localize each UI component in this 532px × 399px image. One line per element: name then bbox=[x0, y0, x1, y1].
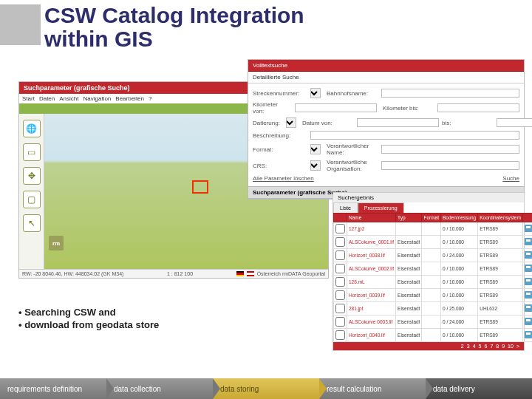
step-delivery[interactable]: data delivery bbox=[426, 378, 532, 399]
table-row[interactable]: ALSCokurve 0003.lifEisenstadt0 / 24.000E… bbox=[334, 316, 533, 329]
menu-ansicht[interactable]: Ansicht bbox=[59, 95, 78, 102]
menu-navigation[interactable]: Navigation bbox=[83, 95, 112, 102]
input-beschreibung[interactable] bbox=[310, 131, 519, 140]
table-row[interactable]: ALSCokurve_0002.lifEisenstadt0 / 10.000E… bbox=[334, 262, 533, 276]
pager-link[interactable]: > bbox=[516, 344, 519, 349]
row-checkbox[interactable] bbox=[335, 290, 345, 300]
input-bis[interactable] bbox=[497, 118, 532, 127]
menu-daten[interactable]: Daten bbox=[39, 95, 55, 102]
cell-typ: Eisenstadt bbox=[396, 262, 422, 276]
download-icon[interactable] bbox=[525, 265, 532, 272]
globe-tool-icon[interactable]: 🌐 bbox=[23, 120, 41, 137]
layer-tool-icon[interactable]: ▭ bbox=[23, 143, 41, 161]
download-icon[interactable] bbox=[525, 304, 532, 312]
download-icon[interactable] bbox=[525, 291, 532, 299]
cell-crs: ETRS89 bbox=[478, 329, 523, 342]
table-row[interactable]: 127.jp20 / 10.000ETRS89+ bbox=[334, 222, 533, 236]
status-right: Österreich rmDATA Geoportal bbox=[236, 271, 325, 276]
cell-boden: 0 / 10.000 bbox=[441, 262, 478, 276]
search-panel: Volltextsuche Detaillierte Suche Strecke… bbox=[248, 59, 525, 200]
step-calculation[interactable]: result calculation bbox=[319, 378, 426, 399]
menu-start[interactable]: Start bbox=[22, 95, 35, 102]
tab-detaillierte[interactable]: Detaillierte Suche bbox=[248, 72, 524, 83]
select-crs[interactable] bbox=[310, 160, 321, 171]
cell-boden: 0 / 24.000 bbox=[441, 249, 478, 262]
table-row[interactable]: Horizont_0039.lifEisenstadt0 / 10.000ETR… bbox=[334, 289, 533, 302]
step-requirements[interactable]: requirements definition bbox=[0, 378, 106, 399]
cell-crs: ETRS89 bbox=[478, 316, 523, 329]
step-collection[interactable]: data collection bbox=[106, 378, 213, 399]
input-kmvon[interactable] bbox=[295, 103, 377, 112]
col-name[interactable]: Name bbox=[347, 214, 396, 222]
pager-link[interactable]: 2 bbox=[461, 344, 464, 349]
download-icon[interactable] bbox=[525, 318, 532, 325]
row-checkbox[interactable] bbox=[335, 224, 345, 233]
label-kmbis: Kilometer bis: bbox=[383, 105, 434, 112]
select-strecke[interactable] bbox=[310, 88, 321, 98]
table-row[interactable]: 128.mLEisenstadt0 / 10.000ETRS89+ bbox=[334, 276, 533, 289]
download-icon[interactable] bbox=[525, 331, 532, 338]
cell-name: ALSCokurve 0003.lif bbox=[347, 316, 396, 329]
col-crs[interactable]: Koordinatensystem bbox=[478, 214, 523, 222]
table-row[interactable]: 281.jptEisenstadt0 / 25.000UHL632+ bbox=[334, 302, 533, 316]
pager-link[interactable]: 7 bbox=[490, 344, 493, 349]
cell-name: Horizont_0038.lif bbox=[347, 249, 396, 262]
row-checkbox[interactable] bbox=[335, 330, 345, 340]
flag-de-icon[interactable] bbox=[236, 271, 244, 276]
col-format[interactable]: Format bbox=[422, 214, 441, 222]
cell-format bbox=[422, 276, 441, 289]
col-bodenmessung[interactable]: Bodenmessung bbox=[441, 214, 478, 222]
tab-liste[interactable]: Liste bbox=[333, 202, 358, 213]
label-bahnhof: Bahnhofsname: bbox=[327, 90, 378, 97]
pager-link[interactable]: 4 bbox=[473, 344, 476, 349]
col-typ[interactable]: Typ bbox=[396, 214, 422, 222]
menu-bearbeiten[interactable]: Bearbeiten bbox=[115, 95, 144, 102]
row-checkbox[interactable] bbox=[335, 277, 345, 287]
row-checkbox[interactable] bbox=[335, 250, 345, 260]
results-header: Suchergebnis bbox=[333, 193, 524, 202]
table-row[interactable]: Horizont_0040.lifEisenstadt0 / 10.000ETR… bbox=[334, 329, 533, 342]
page-title-line1: CSW Catalog Integration bbox=[44, 4, 304, 27]
download-icon[interactable] bbox=[525, 251, 532, 259]
row-checkbox[interactable] bbox=[335, 237, 345, 247]
download-icon[interactable] bbox=[525, 278, 532, 285]
tab-volltextsuche[interactable]: Volltextsuche bbox=[248, 60, 524, 72]
select-format[interactable] bbox=[310, 144, 321, 154]
map-selection-box[interactable] bbox=[192, 180, 208, 194]
pager-link[interactable]: 9 bbox=[502, 344, 505, 349]
clear-all-button[interactable]: Alle Parameter löschen bbox=[253, 175, 314, 182]
cell-crs: ETRS89 bbox=[478, 236, 523, 249]
menu-help[interactable]: ? bbox=[149, 95, 151, 102]
row-checkbox[interactable] bbox=[335, 264, 345, 273]
cell-typ: Eisenstadt bbox=[396, 329, 422, 342]
flag-at-icon[interactable] bbox=[247, 271, 254, 276]
table-row[interactable]: ALSCokurve_0001.lifEisenstadt0 / 10.000E… bbox=[334, 236, 533, 249]
select-tool-icon[interactable]: ▢ bbox=[23, 191, 41, 208]
table-row[interactable]: Horizont_0038.lifEisenstadt0 / 24.000ETR… bbox=[334, 249, 533, 262]
input-bahnhof[interactable] bbox=[381, 89, 519, 98]
pager-link[interactable]: 8 bbox=[496, 344, 499, 349]
select-datierung[interactable] bbox=[286, 117, 296, 128]
row-checkbox[interactable] bbox=[335, 317, 345, 327]
label-crs: CRS: bbox=[253, 163, 304, 169]
cell-typ: Eisenstadt bbox=[396, 236, 422, 249]
pager-link[interactable]: 10 bbox=[508, 344, 514, 349]
download-icon[interactable] bbox=[525, 238, 532, 245]
cell-format bbox=[422, 249, 441, 262]
pager-link[interactable]: 3 bbox=[467, 344, 470, 349]
pager-link[interactable]: 5 bbox=[479, 344, 482, 349]
pointer-tool-icon[interactable]: ↖ bbox=[23, 214, 41, 232]
input-vorg[interactable] bbox=[381, 161, 519, 170]
pager-link[interactable]: 6 bbox=[484, 344, 487, 349]
download-icon[interactable] bbox=[525, 225, 532, 232]
input-vname[interactable] bbox=[381, 145, 519, 154]
pan-tool-icon[interactable]: ✥ bbox=[23, 167, 41, 185]
cell-crs: ETRS89 bbox=[478, 222, 523, 236]
input-datumvon[interactable] bbox=[357, 118, 439, 127]
tab-prozessierung[interactable]: Prozessierung bbox=[358, 202, 404, 213]
cell-format bbox=[422, 236, 441, 249]
row-checkbox[interactable] bbox=[335, 304, 345, 313]
input-kmbis[interactable] bbox=[437, 103, 519, 112]
search-button[interactable]: Suche bbox=[502, 175, 519, 182]
step-storing[interactable]: data storing bbox=[213, 378, 319, 399]
